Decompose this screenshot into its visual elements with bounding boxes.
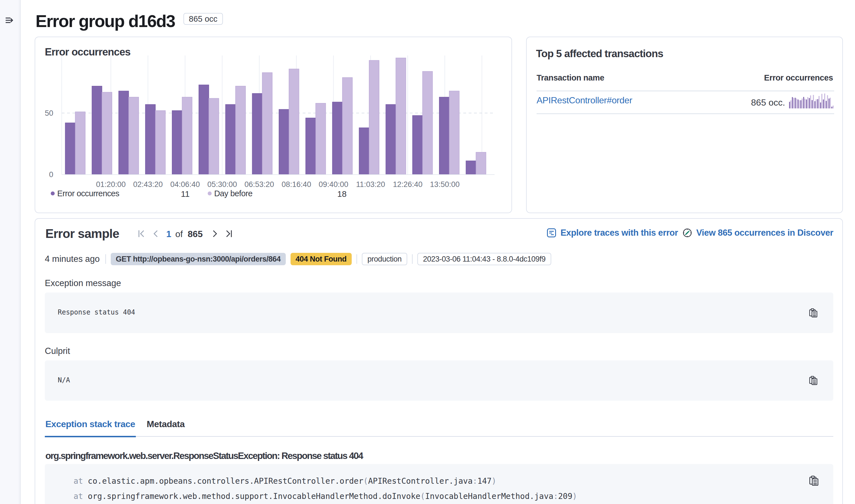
menu-right-icon: [5, 16, 16, 26]
http-status-badge: 404 Not Found: [291, 253, 352, 265]
legend-dot: [208, 192, 212, 195]
separator: [356, 254, 357, 264]
sparkline-bar: [833, 105, 834, 108]
bar-error-occurrences: [466, 161, 476, 174]
x-tick-label: 04:06:40: [170, 180, 200, 188]
legend-value: 11: [167, 189, 190, 199]
separator: [105, 254, 106, 264]
error-sample-title: Error sample: [46, 227, 119, 241]
arrow-start-icon: [138, 230, 146, 238]
legend-item[interactable]: Day before: [208, 189, 252, 198]
column-header-error-occurrences: Error occurrences: [764, 73, 833, 83]
exception-message-label: Exception message: [45, 278, 121, 288]
bar-error-occurrences: [386, 105, 396, 174]
occurrences-sparkline: [789, 93, 834, 109]
legend-item[interactable]: Error occurrences: [51, 189, 119, 198]
sparkline-bar: [799, 100, 800, 108]
copy-icon: [809, 475, 819, 486]
sparkline-bar: [819, 96, 820, 108]
sparkline-bar: [805, 98, 806, 108]
y-tick-label: 50: [45, 109, 53, 118]
bar-error-occurrences: [279, 109, 289, 174]
sparkline-bar: [812, 100, 813, 108]
sparkline-bar: [809, 98, 810, 108]
bar-error-occurrences: [413, 115, 423, 174]
bar-day-before: [235, 86, 246, 174]
expand-menu-button[interactable]: [5, 16, 16, 26]
exception-message-value: Response status 404: [58, 308, 135, 316]
sparkline-bar: [824, 93, 825, 108]
legend-value: 18: [324, 189, 347, 199]
sparkline-bar: [792, 97, 793, 108]
stacktrace-exception-title: org.springframework.web.server.ResponseS…: [46, 450, 363, 461]
copy-icon: [809, 376, 818, 385]
page-title: Error group d16d3: [35, 11, 175, 31]
view-in-discover-label: View 865 occurrences in Discover: [696, 228, 833, 238]
bar-error-occurrences: [172, 111, 182, 174]
bar-day-before: [422, 72, 433, 174]
current-page-number[interactable]: 1: [166, 229, 171, 239]
time-ago-label: 4 minutes ago: [45, 254, 100, 264]
x-tick-label: 06:53:20: [245, 180, 274, 188]
bar-error-occurrences: [359, 128, 369, 174]
bar-error-occurrences: [92, 86, 102, 174]
arrow-right-icon: [210, 230, 219, 238]
x-tick-label: 09:40:00: [319, 180, 348, 188]
sparkline-bar: [813, 95, 814, 108]
sparkline-bar: [789, 102, 790, 108]
bar-day-before: [209, 98, 219, 174]
sparkline-bar: [828, 98, 830, 108]
occurrences-count-badge: 865 occ: [184, 13, 223, 25]
bar-error-occurrences: [145, 105, 156, 174]
table-divider: [537, 91, 834, 91]
copy-stacktrace-button[interactable]: [809, 475, 818, 485]
stack-frame: at co.elastic.apm.opbeans.controllers.AP…: [73, 476, 496, 486]
environment-badge: production: [362, 253, 407, 265]
view-in-discover-link[interactable]: View 865 occurrences in Discover: [682, 228, 833, 238]
tab-metadata[interactable]: Metadata: [146, 419, 186, 437]
pagination-total: 865: [188, 229, 203, 239]
previous-page-button[interactable]: [151, 228, 161, 239]
explore-traces-link[interactable]: Explore traces with this error: [547, 228, 678, 238]
error-meta-row: 4 minutes ago GET http://opbeans-go-nsn:…: [45, 253, 551, 266]
sparkline-bar: [826, 101, 827, 108]
next-page-button[interactable]: [210, 228, 219, 239]
table-row-value-cell: 865 occ.: [537, 92, 834, 113]
sparkline-bar: [831, 106, 833, 108]
sparkline-bar: [830, 98, 831, 108]
y-tick-label: 0: [49, 170, 53, 179]
apm-error-group-page: Error group d16d3 865 occ Error occurren…: [0, 0, 855, 504]
x-tick-label: 02:43:20: [133, 180, 163, 188]
sparkline-bar: [800, 100, 801, 108]
error-occurrences-card: Error occurrences 50001:20:0002:43:2004:…: [35, 37, 512, 213]
tab-exception-stack-trace[interactable]: Exception stack trace: [45, 419, 136, 437]
sparkline-bar: [816, 99, 817, 108]
stacktrace-block: at co.elastic.apm.opbeans.controllers.AP…: [45, 464, 833, 504]
sparkline-bar: [790, 100, 791, 108]
bar-day-before: [343, 77, 352, 174]
column-header-transaction-name: Transaction name: [537, 73, 604, 83]
copy-culprit-button[interactable]: [809, 376, 818, 385]
first-page-button[interactable]: [137, 228, 146, 239]
sparkline-bar: [810, 95, 811, 108]
bar-error-occurrences: [65, 123, 75, 174]
compass-needle: [685, 231, 689, 235]
bar-error-occurrences: [333, 102, 343, 174]
bar-error-occurrences: [252, 93, 262, 174]
sparkline-bar: [793, 98, 795, 108]
bar-day-before: [75, 112, 85, 174]
bar-error-occurrences: [439, 97, 450, 174]
timestamp-version-badge: 2023-03-06 11:04:43 - 8.8.0-4dc109f9: [417, 253, 551, 265]
culprit-label: Culprit: [45, 346, 70, 356]
bar-error-occurrences: [199, 85, 209, 174]
last-page-button[interactable]: [224, 228, 233, 239]
copy-exception-message-button[interactable]: [809, 308, 818, 318]
stack-frame: at org.springframework.web.method.suppor…: [73, 492, 577, 501]
bar-day-before: [129, 97, 139, 174]
error-occurrences-bar-chart[interactable]: 50001:20:0002:43:2004:06:4005:30:0006:53…: [35, 53, 511, 194]
bar-day-before: [102, 92, 112, 174]
bar-error-occurrences: [306, 118, 316, 174]
discover-compass-icon: [682, 228, 692, 238]
exception-message-block: Response status 404: [45, 292, 833, 333]
sparkline-bar: [798, 100, 799, 108]
